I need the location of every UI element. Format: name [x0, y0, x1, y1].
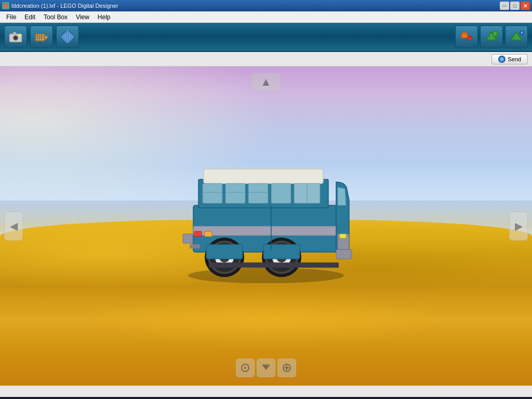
- svg-rect-49: [340, 234, 346, 238]
- toolbar-left: [4, 25, 79, 48]
- svg-point-4: [19, 34, 21, 36]
- svg-rect-35: [204, 169, 323, 183]
- send-icon: [498, 56, 506, 63]
- minimize-button[interactable]: ─: [500, 2, 509, 10]
- menu-bar: File Edit Tool Box View Help: [0, 11, 532, 23]
- svg-rect-43: [271, 183, 291, 203]
- svg-rect-63: [336, 249, 352, 259]
- globe-button[interactable]: [56, 25, 79, 48]
- zoom-button[interactable]: [277, 358, 296, 377]
- help-icon: ?: [509, 30, 524, 44]
- send-button[interactable]: Send: [491, 54, 528, 64]
- maximize-button[interactable]: □: [510, 2, 520, 10]
- camera-down-icon: [261, 363, 271, 373]
- menu-help[interactable]: Help: [94, 12, 115, 22]
- build-mode-button[interactable]: [455, 25, 478, 48]
- title-bar-buttons: ─ □ ✕: [500, 2, 530, 10]
- camera-icon: [8, 30, 23, 44]
- svg-rect-60: [206, 244, 243, 259]
- camera-down-button[interactable]: [257, 358, 275, 377]
- toolbar-right: i ?: [455, 25, 528, 48]
- scroll-up-button[interactable]: ▲: [251, 73, 281, 91]
- nav-right-button[interactable]: ▶: [509, 211, 528, 241]
- bottom-controls: [236, 358, 296, 377]
- svg-rect-39: [225, 183, 245, 203]
- left-arrow-icon: ◀: [10, 220, 18, 232]
- app-icon: 🧱: [2, 2, 9, 9]
- window-title: lddcreation (1).lxf - LEGO Digital Desig…: [11, 3, 118, 9]
- svg-rect-61: [263, 244, 300, 259]
- menu-edit[interactable]: Edit: [20, 12, 39, 22]
- video-icon: [34, 30, 49, 44]
- title-bar: 🧱 lddcreation (1).lxf - LEGO Digital Des…: [0, 0, 532, 11]
- svg-rect-69: [262, 364, 270, 366]
- svg-rect-65: [190, 244, 200, 248]
- svg-rect-47: [194, 231, 202, 236]
- svg-rect-48: [205, 231, 212, 236]
- svg-point-2: [14, 36, 17, 39]
- rotate-button[interactable]: [236, 358, 255, 377]
- right-arrow-icon: ▶: [515, 220, 523, 232]
- status-bar: [0, 385, 532, 397]
- title-bar-left: 🧱 lddcreation (1).lxf - LEGO Digital Des…: [2, 2, 118, 9]
- up-arrow-icon: ▲: [260, 75, 272, 89]
- svg-rect-5: [35, 34, 45, 41]
- view-mode-icon: i: [484, 30, 499, 44]
- svg-rect-37: [203, 183, 222, 203]
- build-mode-icon: [459, 30, 474, 44]
- svg-rect-3: [13, 32, 16, 34]
- send-icon-inner: [500, 57, 504, 61]
- help-button[interactable]: ?: [505, 25, 528, 48]
- svg-rect-62: [209, 262, 339, 268]
- send-label: Send: [508, 56, 521, 62]
- svg-rect-19: [462, 32, 464, 34]
- video-button[interactable]: [30, 25, 53, 48]
- send-bar: Send: [0, 52, 532, 66]
- toolbar: i ?: [0, 23, 532, 52]
- zoom-icon: [282, 363, 292, 373]
- viewport: ▲ ◀ ▶: [0, 66, 532, 385]
- menu-view[interactable]: View: [72, 12, 94, 22]
- camera-button[interactable]: [4, 25, 27, 48]
- svg-point-67: [244, 367, 246, 369]
- svg-rect-41: [248, 183, 268, 203]
- nav-left-button[interactable]: ◀: [4, 211, 23, 241]
- svg-text:?: ?: [521, 31, 523, 35]
- menu-toolbox[interactable]: Tool Box: [39, 12, 72, 22]
- rotate-icon: [240, 363, 250, 373]
- svg-rect-23: [470, 36, 471, 37]
- lego-bus-model: [157, 153, 375, 285]
- svg-marker-6: [45, 35, 48, 40]
- svg-rect-36: [193, 226, 339, 235]
- svg-rect-20: [464, 32, 467, 34]
- menu-file[interactable]: File: [2, 12, 20, 22]
- view-mode-button[interactable]: i: [480, 25, 503, 48]
- svg-text:i: i: [495, 31, 496, 36]
- globe-icon: [60, 30, 75, 44]
- close-button[interactable]: ✕: [521, 2, 530, 10]
- svg-marker-68: [263, 366, 269, 370]
- lego-bus-svg: [157, 153, 375, 283]
